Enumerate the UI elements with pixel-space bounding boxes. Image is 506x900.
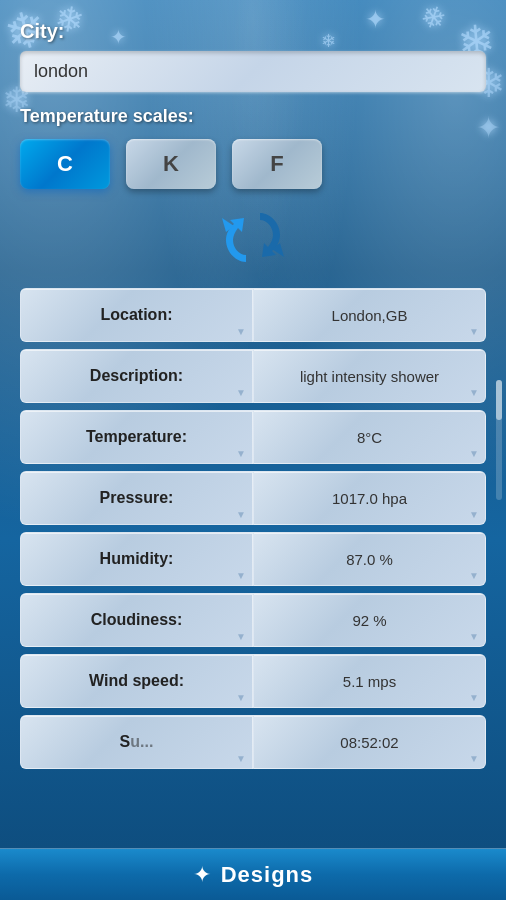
bottom-banner[interactable]: ✦ Designs: [0, 848, 506, 900]
table-row: Humidity: 87.0 %: [20, 532, 486, 586]
refresh-area: [20, 205, 486, 270]
cloudiness-value: 92 %: [253, 593, 486, 647]
sunrise-value: 08:52:02: [253, 715, 486, 769]
banner-icon: ✦: [193, 862, 211, 888]
table-row: Su... 08:52:02: [20, 715, 486, 769]
windspeed-label: Wind speed:: [20, 654, 253, 708]
pressure-label: Pressure:: [20, 471, 253, 525]
main-content: City: Temperature scales: C K F: [0, 0, 506, 771]
refresh-icon: [218, 205, 288, 270]
table-row: Location: London,GB: [20, 288, 486, 342]
city-input[interactable]: [20, 51, 486, 92]
city-label: City:: [20, 20, 486, 43]
scrollbar[interactable]: [496, 380, 502, 500]
weather-table: Location: London,GB Description: light i…: [20, 286, 486, 771]
scale-button-c[interactable]: C: [20, 139, 110, 189]
table-row: Wind speed: 5.1 mps: [20, 654, 486, 708]
location-label: Location:: [20, 288, 253, 342]
table-row: Cloudiness: 92 %: [20, 593, 486, 647]
temperature-label: Temperature:: [20, 410, 253, 464]
temp-scales-label: Temperature scales:: [20, 106, 486, 127]
description-label: Description:: [20, 349, 253, 403]
refresh-button[interactable]: [218, 205, 288, 270]
scale-button-k[interactable]: K: [126, 139, 216, 189]
scale-buttons: C K F: [20, 139, 486, 189]
humidity-value: 87.0 %: [253, 532, 486, 586]
pressure-value: 1017.0 hpa: [253, 471, 486, 525]
scale-button-f[interactable]: F: [232, 139, 322, 189]
table-row: Temperature: 8°C: [20, 410, 486, 464]
table-row: Pressure: 1017.0 hpa: [20, 471, 486, 525]
location-value: London,GB: [253, 288, 486, 342]
description-value: light intensity shower: [253, 349, 486, 403]
cloudiness-label: Cloudiness:: [20, 593, 253, 647]
banner-text: Designs: [221, 862, 314, 888]
windspeed-value: 5.1 mps: [253, 654, 486, 708]
humidity-label: Humidity:: [20, 532, 253, 586]
sunrise-label: Su...: [20, 715, 253, 769]
scrollbar-thumb[interactable]: [496, 380, 502, 420]
temperature-value: 8°C: [253, 410, 486, 464]
table-row: Description: light intensity shower: [20, 349, 486, 403]
